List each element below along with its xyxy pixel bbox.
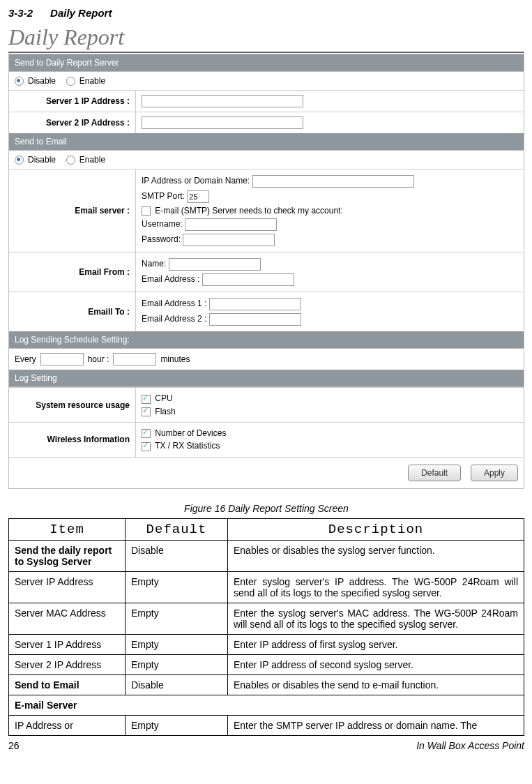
flash-check-icon[interactable] (142, 407, 151, 416)
sys-usage-label: System resource usage (9, 388, 136, 423)
email-from-label: Email From : (9, 252, 136, 292)
section-num: 3-3-2 (8, 7, 33, 19)
cell-default: Empty (126, 654, 228, 674)
apply-button[interactable]: Apply (471, 465, 518, 481)
every-label: Every (15, 354, 36, 364)
cell-desc: Enter IP address of second syslog server… (228, 654, 524, 674)
cell-default: Empty (126, 603, 228, 634)
email-from-cell: Name: Email Address : (136, 252, 524, 292)
cell-desc: Enter IP address of first syslog server. (228, 634, 524, 654)
hour-input[interactable] (113, 353, 156, 365)
page-title: Daily Report (8, 24, 524, 50)
cpu-check-icon[interactable] (142, 395, 151, 404)
radio-email-enable-icon[interactable] (66, 156, 75, 165)
title-rule (8, 52, 524, 53)
table-row: Server MAC AddressEmptyEnter the syslog … (9, 603, 524, 634)
default-button[interactable]: Default (408, 465, 461, 481)
cell-desc: Enter syslog server's IP address. The WG… (228, 571, 524, 603)
page-footer: 26 In Wall Box Access Point (8, 740, 524, 751)
email-table: Email server : IP Address or Domain Name… (9, 169, 524, 331)
th-default: Default (126, 518, 228, 540)
cell-desc: Enables or disables the send to e-mail f… (228, 674, 524, 695)
ip-domain-input[interactable] (252, 175, 414, 188)
cell-desc: Enter the syslog server's MAC address. T… (228, 603, 524, 634)
email-addr2-label: Email Address 2 : (142, 315, 206, 324)
enable-label: Enable (79, 76, 105, 86)
txrx-label: TX / RX Statistics (155, 441, 220, 451)
smtp-check-icon[interactable] (142, 206, 151, 216)
hour-label: hour : (88, 354, 109, 364)
schedule-row: Every hour : minutes (9, 349, 524, 370)
email-addr-label: Email Address : (142, 275, 199, 285)
figure-caption: Figure 16 Daily Report Setting Screen (8, 503, 524, 514)
bar-log-setting: Log Setting (9, 370, 524, 387)
cell-item: Server 1 IP Address (9, 634, 126, 654)
num-devices-label: Number of Devices (155, 428, 226, 438)
table-row: Server IP AddressEmptyEnter syslog serve… (9, 571, 524, 603)
server1-label: Server 1 IP Address : (9, 91, 136, 112)
password-input[interactable] (183, 234, 275, 246)
flash-label: Flash (155, 407, 175, 416)
email-to-label: Emaill To : (9, 292, 136, 332)
th-desc: Description (228, 518, 524, 540)
num-devices-check-icon[interactable] (142, 429, 151, 438)
email-disable-label: Disable (28, 155, 56, 165)
th-item: Item (9, 518, 126, 540)
email-addr1-input[interactable] (209, 298, 301, 310)
username-input[interactable] (185, 218, 277, 231)
cell-default: Disable (126, 540, 228, 571)
sys-usage-cell: CPU Flash (136, 388, 524, 423)
cell-item: IP Address or (9, 715, 126, 735)
wireless-info-cell: Number of Devices TX / RX Statistics (136, 422, 524, 456)
email-server-label: Email server : (9, 169, 136, 252)
smtp-port-input[interactable]: 25 (187, 190, 209, 203)
cell-default: Empty (126, 715, 228, 735)
cell-default: Empty (126, 634, 228, 654)
email-enable-label: Enable (79, 155, 105, 165)
cell-desc: Enables or disables the syslog server fu… (228, 540, 524, 571)
cell-desc: Enter the SMTP server IP address or doma… (228, 715, 524, 735)
every-input[interactable] (40, 353, 84, 365)
radio-disable-icon[interactable] (15, 77, 24, 86)
email-addr2-input[interactable] (209, 313, 301, 326)
table-row: Server 1 IP AddressEmptyEnter IP address… (9, 634, 524, 654)
table-row: IP Address orEmptyEnter the SMTP server … (9, 715, 524, 735)
username-label: Username: (142, 220, 183, 229)
email-to-cell: Email Address 1 : Email Address 2 : (136, 292, 524, 332)
bar-send-to-email: Send to Email (9, 133, 524, 151)
table-row: Server 2 IP AddressEmptyEnter IP address… (9, 654, 524, 674)
cell-default: Empty (126, 571, 228, 603)
password-label: Password: (142, 235, 181, 245)
page-number: 26 (8, 740, 20, 751)
radio-email-disable-icon[interactable] (15, 156, 24, 165)
minutes-label: minutes (160, 354, 190, 364)
name-input[interactable] (169, 258, 261, 271)
cell-item: Send to Email (9, 674, 126, 695)
bar-log-schedule: Log Sending Schedule Setting: (9, 331, 524, 349)
cell-item: Server 2 IP Address (9, 654, 126, 674)
server2-label: Server 2 IP Address : (9, 112, 136, 134)
section-header: 3-3-2 Daily Report (8, 7, 524, 19)
button-row: Default Apply (9, 457, 524, 488)
server2-input[interactable] (142, 116, 303, 129)
wireless-info-label: Wireless Information (9, 422, 136, 456)
email-addr-input[interactable] (202, 273, 294, 286)
cell-default: Disable (126, 674, 228, 695)
daily-report-toggle: Disable Enable (9, 72, 524, 90)
log-setting-table: System resource usage CPU Flash Wireless… (9, 387, 524, 456)
table-row: Send to EmailDisableEnables or disables … (9, 674, 524, 695)
bar-send-daily-report: Send to Daily Report Server (9, 54, 524, 72)
cell-item: Server MAC Address (9, 603, 126, 634)
radio-enable-icon[interactable] (66, 77, 75, 86)
table-row: E-mail Server (9, 695, 524, 715)
cell-item: E-mail Server (9, 695, 524, 715)
cpu-label: CPU (155, 393, 172, 403)
table-header-row: Item Default Description (9, 518, 524, 540)
footer-label: In Wall Box Access Point (416, 740, 524, 751)
email-toggle: Disable Enable (9, 151, 524, 169)
smtp-port-label: SMTP Port: (142, 191, 185, 201)
txrx-check-icon[interactable] (142, 442, 151, 451)
description-table: Item Default Description Send the daily … (8, 518, 524, 736)
server1-input[interactable] (142, 95, 303, 107)
table-row: Send the daily report to Syslog ServerDi… (9, 540, 524, 571)
